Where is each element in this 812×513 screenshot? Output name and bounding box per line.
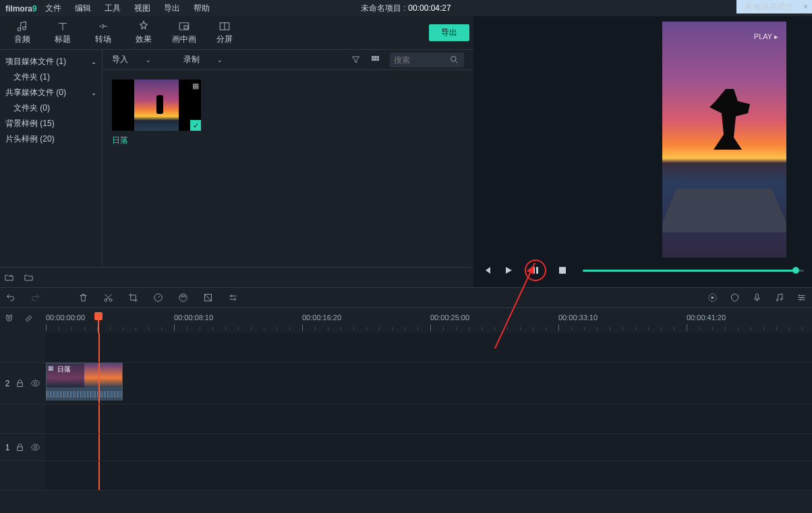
export-button[interactable]: 导出 <box>429 24 469 41</box>
ruler-tick: 00:00:33:10 <box>558 313 598 322</box>
svg-rect-7 <box>374 59 376 61</box>
svg-point-25 <box>34 382 37 385</box>
tab-split[interactable]: 分屏 <box>206 18 243 48</box>
app-logo: filmora9 <box>5 3 37 13</box>
ruler-tick: 00:00:41:20 <box>687 313 726 322</box>
color-icon[interactable] <box>178 293 188 303</box>
adjust-icon[interactable] <box>228 293 238 303</box>
ruler-tick: 00:00:00:00 <box>46 313 85 322</box>
new-folder-icon[interactable] <box>4 272 14 282</box>
project-title: 未命名项目 : 00:00:04:27 <box>361 3 451 14</box>
cut-icon[interactable] <box>103 293 113 303</box>
delete-icon[interactable] <box>78 293 88 303</box>
svg-point-22 <box>776 299 778 301</box>
video-track-1[interactable]: 1 <box>0 434 812 461</box>
playhead[interactable] <box>94 312 103 320</box>
chevron-down-icon: ⌄ <box>91 89 96 96</box>
svg-rect-24 <box>18 383 23 387</box>
filter-icon[interactable] <box>351 55 361 65</box>
grid-view-icon[interactable] <box>370 55 380 65</box>
redo-icon[interactable] <box>30 293 40 303</box>
undo-icon[interactable] <box>5 293 16 303</box>
svg-point-27 <box>34 446 37 449</box>
checkmark-icon: ✓ <box>190 120 201 131</box>
chevron-down-icon: ⌄ <box>146 57 151 63</box>
svg-rect-5 <box>377 57 379 59</box>
menu-tools[interactable]: 工具 <box>105 3 121 14</box>
menu-view[interactable]: 视图 <box>134 3 150 14</box>
close-icon[interactable]: × <box>803 1 808 12</box>
svg-point-16 <box>179 294 187 301</box>
main-menu: 文件 编辑 工具 视图 导出 帮助 <box>45 3 210 14</box>
tree-project-media[interactable]: 项目媒体文件 (1)⌄ <box>0 54 102 69</box>
menu-export[interactable]: 导出 <box>164 3 180 14</box>
svg-point-17 <box>181 295 183 297</box>
render-icon[interactable] <box>707 293 718 303</box>
eye-icon[interactable] <box>30 442 40 452</box>
svg-rect-8 <box>377 59 379 61</box>
ruler-tick: 00:00:16:20 <box>302 313 341 322</box>
svg-point-9 <box>451 57 457 62</box>
svg-point-18 <box>183 295 185 297</box>
svg-rect-4 <box>374 57 376 59</box>
video-icon: ▦ <box>48 365 54 371</box>
timeline-audio[interactable] <box>46 388 123 400</box>
timeline-clip[interactable]: ▦日落 <box>46 363 123 403</box>
track-number: 1 <box>5 443 10 452</box>
chevron-down-icon: ⌄ <box>217 57 223 63</box>
tab-title[interactable]: 标题 <box>45 18 81 48</box>
speed-icon[interactable] <box>153 293 163 303</box>
preview-video[interactable]: PLAY ▸ <box>662 22 786 258</box>
marker-icon[interactable] <box>730 293 740 303</box>
svg-rect-21 <box>756 294 759 299</box>
ruler-tick: 00:00:25:00 <box>430 313 469 322</box>
audio-mixer-icon[interactable] <box>774 293 784 303</box>
svg-rect-26 <box>18 447 23 451</box>
magnet-icon[interactable] <box>4 313 14 324</box>
voiceover-icon[interactable] <box>752 293 762 303</box>
tree-folder-0[interactable]: 文件夹 (0) <box>0 100 102 116</box>
menu-file[interactable]: 文件 <box>45 3 61 14</box>
prev-frame-button[interactable] <box>482 265 492 276</box>
lock-icon[interactable] <box>15 378 25 388</box>
svg-rect-12 <box>559 267 566 274</box>
settings-icon[interactable] <box>796 293 807 303</box>
tree-shared-media[interactable]: 共享媒体文件 (0)⌄ <box>0 85 102 100</box>
tree-bg-samples[interactable]: 背景样例 (15) <box>0 116 102 131</box>
greenscreen-icon[interactable] <box>203 293 213 303</box>
folder-icon[interactable] <box>24 272 34 282</box>
video-track-2[interactable]: 2 ▦日落 <box>0 363 812 404</box>
import-dropdown[interactable]: 导入⌄ <box>112 54 151 65</box>
play-button[interactable] <box>503 265 514 276</box>
tree-folder-1[interactable]: 文件夹 (1) <box>0 69 102 85</box>
preview-slider[interactable] <box>583 270 804 272</box>
media-clip[interactable]: ▦ ✓ 日落 <box>112 80 201 146</box>
tab-pip[interactable]: 画中画 <box>166 18 202 48</box>
tab-audio[interactable]: 音频 <box>4 18 40 48</box>
crop-icon[interactable] <box>128 293 138 303</box>
record-dropdown[interactable]: 录制⌄ <box>183 54 223 65</box>
clip-label: 日落 <box>112 135 201 146</box>
menu-edit[interactable]: 编辑 <box>75 3 91 14</box>
media-tree: 项目媒体文件 (1)⌄ 文件夹 (1) 共享媒体文件 (0)⌄ 文件夹 (0) … <box>0 50 103 267</box>
video-icon: ▦ <box>192 82 199 90</box>
stop-button[interactable] <box>557 265 568 276</box>
save-notification: 本地保存成功 × <box>736 0 812 13</box>
search-icon <box>449 55 459 65</box>
chevron-down-icon: ⌄ <box>91 58 96 65</box>
svg-point-23 <box>780 299 782 301</box>
track-number: 2 <box>5 379 10 388</box>
link-icon[interactable] <box>24 313 34 324</box>
svg-rect-3 <box>372 57 374 59</box>
lock-icon[interactable] <box>15 442 25 452</box>
svg-rect-6 <box>372 59 374 61</box>
preview-panel: PLAY ▸ <box>473 16 812 287</box>
menu-help[interactable]: 帮助 <box>194 3 210 14</box>
timeline-ruler[interactable]: 00:00:00:0000:00:08:1000:00:16:2000:00:2… <box>46 313 812 332</box>
eye-icon[interactable] <box>30 378 40 388</box>
tab-effects[interactable]: 效果 <box>125 18 162 48</box>
tree-intro-samples[interactable]: 片头样例 (20) <box>0 131 102 147</box>
play-overlay: PLAY ▸ <box>754 32 778 41</box>
tab-transition[interactable]: 转场 <box>85 18 121 48</box>
search-input[interactable] <box>390 53 464 67</box>
